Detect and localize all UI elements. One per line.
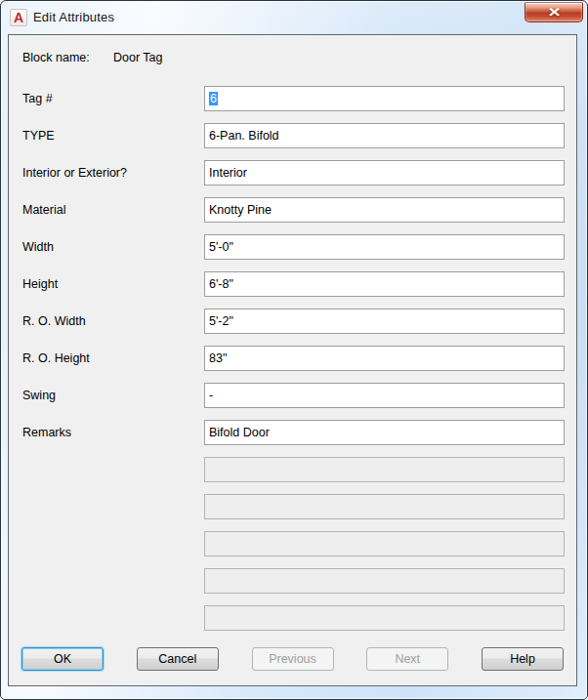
attribute-row-empty xyxy=(9,568,576,605)
dialog-body: Block name:Door Tag Tag # 6 TYPE 6-Pan. … xyxy=(8,34,577,686)
field-label: Width xyxy=(22,234,54,260)
edit-attributes-dialog: A Edit Attributes ✕ Block name:Door Tag … xyxy=(0,0,588,700)
previous-button: Previous xyxy=(252,647,334,671)
field-input-type[interactable]: 6-Pan. Bifold xyxy=(204,123,565,148)
attribute-row-empty xyxy=(9,494,576,531)
block-name-label: Block name: xyxy=(22,51,113,64)
field-label: R. O. Height xyxy=(22,346,90,371)
field-label: Height xyxy=(22,271,58,297)
attribute-row-empty xyxy=(9,605,576,642)
field-label: Material xyxy=(22,197,65,223)
ok-button[interactable]: OK xyxy=(21,647,104,671)
attribute-row-type: TYPE 6-Pan. Bifold xyxy=(9,123,576,160)
selected-text: 6 xyxy=(209,92,218,105)
attribute-row-tag: Tag # 6 xyxy=(9,86,576,123)
field-input-empty xyxy=(204,531,565,556)
attribute-row-width: Width 5'-0" xyxy=(9,234,576,271)
field-input-material[interactable]: Knotty Pine xyxy=(204,197,565,223)
field-label: Interior or Exterior? xyxy=(22,160,127,185)
field-input-empty xyxy=(204,494,565,519)
field-input-empty xyxy=(204,457,565,482)
field-input-swing[interactable]: - xyxy=(204,383,565,408)
attribute-row-height: Height 6'-8" xyxy=(9,271,576,309)
attribute-rows: Tag # 6 TYPE 6-Pan. Bifold Interior or E… xyxy=(9,86,576,642)
field-label: TYPE xyxy=(22,123,55,148)
field-input-width[interactable]: 5'-0" xyxy=(204,234,565,260)
next-button: Next xyxy=(366,647,448,671)
field-input-empty xyxy=(204,568,565,594)
field-input-ro-width[interactable]: 5'-2" xyxy=(204,309,565,334)
field-label: Tag # xyxy=(22,86,53,111)
attribute-row-empty xyxy=(9,531,576,568)
close-icon: ✕ xyxy=(547,6,561,19)
field-input-empty xyxy=(204,605,565,631)
attribute-row-ro-height: R. O. Height 83" xyxy=(9,346,576,383)
title-bar[interactable]: A Edit Attributes ✕ xyxy=(1,1,587,34)
field-input-ro-height[interactable]: 83" xyxy=(204,346,565,371)
attribute-row-empty xyxy=(9,457,576,494)
field-label: Remarks xyxy=(22,420,71,445)
attribute-row-interior-exterior: Interior or Exterior? Interior xyxy=(9,160,576,197)
field-input-remarks[interactable]: Bifold Door xyxy=(204,420,565,445)
help-button[interactable]: Help xyxy=(482,647,564,671)
attribute-row-swing: Swing - xyxy=(9,383,576,420)
field-input-interior-exterior[interactable]: Interior xyxy=(204,160,565,185)
field-label: Swing xyxy=(22,383,56,408)
autocad-app-icon: A xyxy=(10,9,27,26)
close-button[interactable]: ✕ xyxy=(525,2,583,22)
window-title: Edit Attributes xyxy=(33,10,114,24)
block-name-row: Block name:Door Tag xyxy=(22,51,163,68)
attribute-row-ro-width: R. O. Width 5'-2" xyxy=(9,309,576,346)
field-input-tag[interactable]: 6 xyxy=(204,86,565,111)
cancel-button[interactable]: Cancel xyxy=(137,647,219,671)
attribute-row-remarks: Remarks Bifold Door xyxy=(9,420,576,457)
attribute-row-material: Material Knotty Pine xyxy=(9,197,576,234)
dialog-button-bar: OK Cancel Previous Next Help xyxy=(21,647,564,671)
field-label: R. O. Width xyxy=(22,309,86,334)
block-name-value: Door Tag xyxy=(113,51,163,64)
field-input-height[interactable]: 6'-8" xyxy=(204,271,565,297)
